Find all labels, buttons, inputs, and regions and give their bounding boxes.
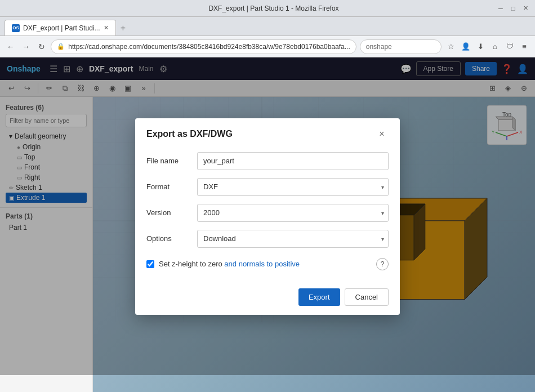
- back-button[interactable]: ←: [5, 40, 16, 54]
- modal-header: Export as DXF/DWG ×: [135, 118, 400, 148]
- shield-icon[interactable]: 🛡: [503, 41, 516, 53]
- file-name-row: File name: [146, 152, 389, 170]
- options-select[interactable]: Download Save to Onshape: [197, 230, 389, 248]
- version-label: Version: [146, 208, 197, 217]
- minimize-button[interactable]: ─: [497, 5, 505, 12]
- home-icon[interactable]: ⌂: [489, 41, 501, 53]
- cancel-button[interactable]: Cancel: [345, 288, 389, 306]
- checkbox-label: Set z-height to zero and normals to posi…: [159, 260, 300, 268]
- new-tab-button[interactable]: +: [116, 21, 131, 35]
- menu-icon[interactable]: ≡: [518, 41, 530, 53]
- forward-button[interactable]: →: [20, 40, 32, 54]
- file-name-label: File name: [146, 157, 197, 165]
- z-height-checkbox[interactable]: [146, 260, 154, 268]
- modal-title: Export as DXF/DWG: [146, 129, 233, 139]
- tab-close-button[interactable]: ✕: [104, 24, 109, 32]
- tab-bar: OS DXF_export | Part Studi... ✕ +: [0, 17, 535, 36]
- export-button[interactable]: Export: [298, 288, 340, 306]
- tab-favicon: OS: [12, 24, 20, 32]
- format-select[interactable]: DXF DWG: [197, 178, 389, 196]
- address-bar: ← → ↻ 🔒 https://cad.onshape.com/document…: [0, 36, 535, 57]
- browser-search-bar[interactable]: onshape: [360, 39, 442, 54]
- maximize-button[interactable]: □: [509, 5, 517, 12]
- ssl-lock-icon: 🔒: [57, 43, 65, 50]
- version-select[interactable]: R12 R14 2000 2004 2007 2010 2013 2018: [197, 204, 389, 222]
- modal-body: File name Format DXF DWG ▾ Version: [135, 148, 400, 284]
- version-row: Version R12 R14 2000 2004 2007 2010 2013…: [146, 204, 389, 222]
- version-select-wrapper: R12 R14 2000 2004 2007 2010 2013 2018 ▾: [197, 204, 389, 222]
- url-bar[interactable]: 🔒 https://cad.onshape.com/documents/3848…: [51, 39, 356, 54]
- url-text: https://cad.onshape.com/documents/384805…: [68, 43, 350, 51]
- search-text: onshape: [366, 43, 392, 51]
- close-button[interactable]: ✕: [521, 5, 529, 12]
- format-select-wrapper: DXF DWG ▾: [197, 178, 389, 196]
- browser-toolbar-icons: ☆ 👤 ⬇ ⌂ 🛡 ≡: [445, 41, 530, 53]
- bookmark-icon[interactable]: ☆: [445, 41, 457, 53]
- options-row: Options Download Save to Onshape ▾: [146, 230, 389, 248]
- checkbox-normal-text: Set z-height to zero: [159, 260, 222, 268]
- modal-close-button[interactable]: ×: [375, 127, 389, 141]
- browser-title: DXF_export | Part Studio 1 - Mozilla Fir…: [51, 5, 497, 12]
- help-button[interactable]: ?: [376, 258, 389, 270]
- modal-overlay: Export as DXF/DWG × File name Format DXF…: [0, 57, 535, 375]
- browser-controls: ─ □ ✕: [497, 5, 529, 12]
- browser-tab[interactable]: OS DXF_export | Part Studi... ✕: [5, 20, 116, 35]
- modal-footer: Export Cancel: [135, 284, 400, 315]
- options-select-wrapper: Download Save to Onshape ▾: [197, 230, 389, 248]
- format-label: Format: [146, 182, 197, 191]
- browser-titlebar: DXF_export | Part Studio 1 - Mozilla Fir…: [0, 0, 535, 17]
- checkbox-highlighted-text: and normals to positive: [224, 260, 300, 268]
- refresh-button[interactable]: ↻: [35, 40, 47, 54]
- format-row: Format DXF DWG ▾: [146, 178, 389, 196]
- download-icon[interactable]: ⬇: [474, 41, 487, 53]
- export-modal: Export as DXF/DWG × File name Format DXF…: [135, 118, 400, 315]
- checkbox-row: Set z-height to zero and normals to posi…: [146, 256, 389, 275]
- account-icon[interactable]: 👤: [460, 41, 472, 53]
- options-label: Options: [146, 234, 197, 243]
- file-name-input[interactable]: [197, 152, 389, 170]
- tab-label: DXF_export | Part Studi...: [23, 24, 100, 32]
